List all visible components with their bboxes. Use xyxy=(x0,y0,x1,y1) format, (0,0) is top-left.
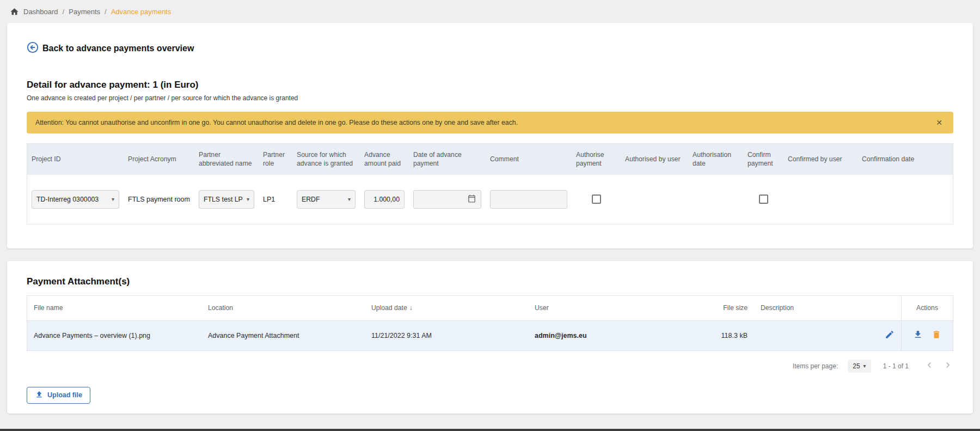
chevron-right-icon xyxy=(942,360,953,372)
col-upload-date-label: Upload date xyxy=(371,304,407,312)
comment-cell xyxy=(486,175,572,224)
col-actions: Actions xyxy=(901,296,953,320)
attention-banner-text: Attention: You cannot unauthorise and un… xyxy=(35,119,518,126)
partner-name-cell: FTLS test LP ▾ xyxy=(194,175,259,224)
items-per-page: Items per page: 25 ▾ xyxy=(793,360,871,373)
confirm-payment-checkbox[interactable] xyxy=(759,195,768,204)
col-confirmation-date: Confirmation date xyxy=(857,144,953,175)
back-link-label: Back to advance payments overview xyxy=(42,44,194,53)
col-authorised-by-user: Authorised by user xyxy=(621,144,688,175)
project-id-cell: TD-Interreg 0300003 ▾ xyxy=(27,175,124,224)
authorisation-date-cell xyxy=(688,175,743,224)
upload-icon xyxy=(35,390,44,400)
authorise-payment-checkbox[interactable] xyxy=(592,195,601,204)
next-page-button[interactable] xyxy=(942,360,953,372)
authorised-by-user-cell xyxy=(621,175,688,224)
col-partner-role: Partner role xyxy=(259,144,292,175)
previous-page-button[interactable] xyxy=(924,360,935,372)
col-source: Source for which advance is granted xyxy=(292,144,360,175)
attachment-location: Advance Payment Attachment xyxy=(201,321,365,350)
page-range-label: 1 - 1 of 1 xyxy=(883,362,909,370)
chevron-left-icon xyxy=(924,360,935,372)
advance-amount-input[interactable] xyxy=(364,190,405,209)
advance-payment-table: Project ID Project Acronym Partner abbre… xyxy=(27,143,953,224)
footer-divider xyxy=(0,429,980,431)
upload-file-button[interactable]: Upload file xyxy=(27,387,90,404)
partner-name-select[interactable]: FTLS test LP ▾ xyxy=(199,190,254,209)
page-title: Detail for advance payment: 1 (in Euro) xyxy=(27,80,953,90)
attachment-user: admin@jems.eu xyxy=(528,321,700,350)
items-per-page-select[interactable]: 25 ▾ xyxy=(848,360,871,373)
project-id-value: TD-Interreg 0300003 xyxy=(36,196,99,203)
paginator-nav xyxy=(924,360,953,372)
chevron-down-icon: ▾ xyxy=(348,196,351,202)
paginator: Items per page: 25 ▾ 1 - 1 of 1 xyxy=(27,360,953,373)
date-cell xyxy=(409,175,486,224)
project-id-select[interactable]: TD-Interreg 0300003 ▾ xyxy=(32,190,119,209)
attachment-file-name: Advance Payments – overview (1).png xyxy=(27,321,201,350)
edit-description-button[interactable] xyxy=(885,330,895,341)
col-location[interactable]: Location xyxy=(201,296,365,320)
advance-payment-detail-card: Back to advance payments overview Detail… xyxy=(7,23,973,248)
items-per-page-label: Items per page: xyxy=(793,362,838,370)
advance-payment-row: TD-Interreg 0300003 ▾ FTLS payment room … xyxy=(27,175,953,224)
attachment-actions-cell xyxy=(901,321,953,350)
pencil-icon xyxy=(885,330,895,341)
partner-name-value: FTLS test LP xyxy=(204,196,243,203)
breadcrumb-separator: / xyxy=(105,8,107,16)
project-acronym-cell: FTLS payment room xyxy=(124,175,194,224)
attention-banner: Attention: You cannot unauthorise and un… xyxy=(27,112,953,133)
col-advance-amount-paid: Advance amount paid xyxy=(360,144,409,175)
back-to-overview-link[interactable]: Back to advance payments overview xyxy=(27,41,953,56)
download-icon xyxy=(913,330,923,341)
partner-role-cell: LP1 xyxy=(259,175,292,224)
attachment-file-size: 118.3 kB xyxy=(700,321,754,350)
items-per-page-value: 25 xyxy=(853,362,860,370)
col-file-name[interactable]: File name xyxy=(27,296,201,320)
chevron-down-icon: ▾ xyxy=(112,196,114,202)
source-select[interactable]: ERDF ▾ xyxy=(297,190,356,209)
breadcrumb-dashboard[interactable]: Dashboard xyxy=(23,8,58,16)
attachments-title: Payment Attachment(s) xyxy=(27,276,953,287)
calendar-icon[interactable] xyxy=(467,194,476,205)
sort-desc-icon: ↓ xyxy=(409,304,413,312)
confirmation-date-cell xyxy=(857,175,953,224)
col-file-size[interactable]: File size xyxy=(700,296,754,320)
payment-attachments-card: Payment Attachment(s) File name Location… xyxy=(7,261,973,414)
attachments-table-header: File name Location Upload date ↓ User Fi… xyxy=(27,296,953,321)
chevron-down-icon: ▾ xyxy=(863,363,866,369)
download-button[interactable] xyxy=(913,330,923,341)
delete-button[interactable] xyxy=(932,330,941,341)
close-icon[interactable]: ✕ xyxy=(934,118,945,127)
col-description: Description xyxy=(754,296,901,320)
col-authorisation-date: Authorisation date xyxy=(688,144,743,175)
col-authorise-payment: Authorise payment xyxy=(572,144,621,175)
col-upload-date[interactable]: Upload date ↓ xyxy=(365,296,528,320)
col-user[interactable]: User xyxy=(528,296,700,320)
comment-input[interactable] xyxy=(490,190,567,209)
amount-cell xyxy=(360,175,409,224)
col-comment: Comment xyxy=(486,144,572,175)
col-project-acronym: Project Acronym xyxy=(124,144,194,175)
attachments-table: File name Location Upload date ↓ User Fi… xyxy=(27,295,953,351)
source-value: ERDF xyxy=(302,196,320,203)
breadcrumb-advance-payments[interactable]: Advance payments xyxy=(111,8,171,16)
authorise-payment-cell xyxy=(572,175,621,224)
advance-payment-table-header: Project ID Project Acronym Partner abbre… xyxy=(27,144,953,175)
attachment-row: Advance Payments – overview (1).png Adva… xyxy=(27,321,953,350)
trash-icon xyxy=(932,330,941,341)
col-partner-abbreviated-name: Partner abbreviated name xyxy=(194,144,259,175)
arrow-left-circle-icon xyxy=(27,41,39,56)
source-cell: ERDF ▾ xyxy=(292,175,360,224)
breadcrumb-payments[interactable]: Payments xyxy=(69,8,100,16)
confirm-payment-cell xyxy=(743,175,783,224)
attachment-description-cell xyxy=(754,321,901,350)
upload-file-label: Upload file xyxy=(47,391,82,399)
date-of-advance-payment-input[interactable] xyxy=(413,190,481,209)
col-date-of-advance-payment: Date of advance payment xyxy=(409,144,486,175)
breadcrumb-separator: / xyxy=(63,8,65,16)
breadcrumb: Dashboard / Payments / Advance payments xyxy=(0,0,980,23)
col-confirm-payment: Confirm payment xyxy=(743,144,783,175)
attachment-upload-date: 11/21/2022 9:31 AM xyxy=(365,321,528,350)
home-icon[interactable] xyxy=(10,7,19,16)
